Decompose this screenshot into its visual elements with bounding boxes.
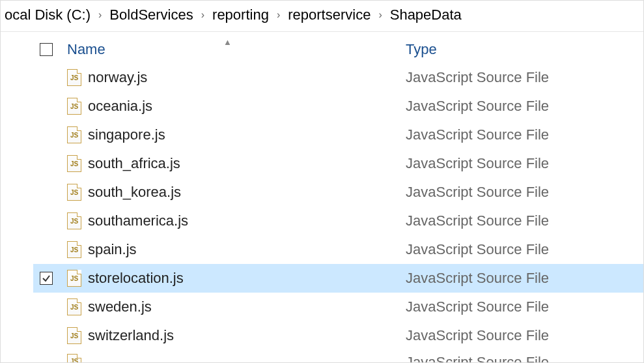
column-header-row: Name ▲ Type bbox=[33, 36, 643, 63]
js-file-icon: JS bbox=[67, 270, 81, 287]
chevron-right-icon[interactable]: › bbox=[197, 9, 208, 21]
file-name: storelocation.js bbox=[88, 270, 184, 287]
chevron-right-icon[interactable]: › bbox=[273, 9, 284, 21]
file-type: JavaScript Source File bbox=[406, 98, 549, 115]
file-type: JavaScript Source File bbox=[406, 126, 549, 143]
js-file-icon: JS bbox=[67, 155, 81, 172]
column-header-name-label: Name bbox=[67, 41, 105, 57]
breadcrumb-item[interactable]: ocal Disk (C:) bbox=[1, 7, 94, 23]
file-checkbox[interactable] bbox=[40, 272, 53, 285]
file-name: norway.js bbox=[88, 69, 147, 86]
file-type: JavaScript Source File bbox=[406, 270, 549, 287]
file-name: south_korea.js bbox=[88, 184, 181, 201]
js-file-icon: JS bbox=[67, 212, 81, 229]
js-file-icon: JS bbox=[67, 354, 81, 363]
select-all-checkbox[interactable] bbox=[40, 43, 53, 56]
file-type: JavaScript Source File bbox=[406, 241, 549, 258]
file-type: JavaScript Source File bbox=[406, 327, 549, 344]
file-name: southamerica.js bbox=[88, 212, 188, 229]
sort-ascending-icon: ▲ bbox=[223, 37, 232, 47]
chevron-right-icon[interactable]: › bbox=[94, 9, 105, 21]
file-row[interactable]: JSstorelocation.jsJavaScript Source File bbox=[33, 264, 643, 293]
file-type: JavaScript Source File bbox=[406, 354, 549, 363]
file-row[interactable]: JSJavaScript Source File bbox=[33, 350, 643, 363]
file-type: JavaScript Source File bbox=[406, 212, 549, 229]
breadcrumb-item[interactable]: ShapeData bbox=[386, 7, 466, 23]
breadcrumb-item[interactable]: reporting bbox=[208, 7, 273, 23]
js-file-icon: JS bbox=[67, 98, 81, 115]
file-row[interactable]: JSspain.jsJavaScript Source File bbox=[33, 235, 643, 264]
js-file-icon: JS bbox=[67, 69, 81, 86]
file-row[interactable]: JSsouthamerica.jsJavaScript Source File bbox=[33, 207, 643, 235]
chevron-right-icon[interactable]: › bbox=[374, 9, 385, 21]
file-name: spain.js bbox=[88, 241, 137, 258]
file-row[interactable]: JSoceania.jsJavaScript Source File bbox=[33, 92, 643, 121]
file-name: sweden.js bbox=[88, 298, 152, 315]
file-row[interactable]: JSnorway.jsJavaScript Source File bbox=[33, 63, 643, 92]
js-file-icon: JS bbox=[67, 298, 81, 315]
file-name: singapore.js bbox=[88, 126, 165, 143]
file-row[interactable]: JSsweden.jsJavaScript Source File bbox=[33, 293, 643, 321]
js-file-icon: JS bbox=[67, 126, 81, 143]
js-file-icon: JS bbox=[67, 241, 81, 258]
js-file-icon: JS bbox=[67, 327, 81, 344]
file-row[interactable]: JSsouth_korea.jsJavaScript Source File bbox=[33, 178, 643, 207]
file-row[interactable]: JSsouth_africa.jsJavaScript Source File bbox=[33, 149, 643, 178]
file-name: oceania.js bbox=[88, 98, 152, 115]
file-type: JavaScript Source File bbox=[406, 155, 549, 172]
js-file-icon: JS bbox=[67, 184, 81, 201]
file-type: JavaScript Source File bbox=[406, 298, 549, 315]
breadcrumb-item[interactable]: reportservice bbox=[284, 7, 374, 23]
file-name: south_africa.js bbox=[88, 155, 180, 172]
file-row[interactable]: JSswitzerland.jsJavaScript Source File bbox=[33, 321, 643, 350]
file-type: JavaScript Source File bbox=[406, 69, 549, 86]
file-row[interactable]: JSsingapore.jsJavaScript Source File bbox=[33, 121, 643, 149]
breadcrumb-item[interactable]: BoldServices bbox=[105, 7, 197, 23]
file-type: JavaScript Source File bbox=[406, 184, 549, 201]
breadcrumb[interactable]: ocal Disk (C:) › BoldServices › reportin… bbox=[1, 1, 643, 32]
column-header-type[interactable]: Type bbox=[406, 41, 437, 58]
column-header-name[interactable]: Name ▲ bbox=[67, 41, 406, 58]
column-header-type-label: Type bbox=[406, 41, 437, 57]
file-name: switzerland.js bbox=[88, 327, 174, 344]
file-list-panel: Name ▲ Type JSnorway.jsJavaScript Source… bbox=[1, 32, 643, 363]
